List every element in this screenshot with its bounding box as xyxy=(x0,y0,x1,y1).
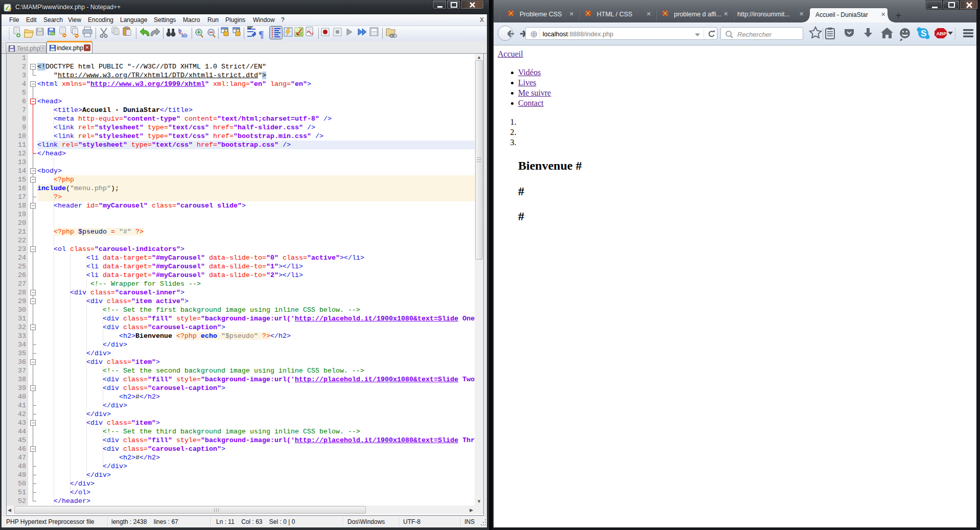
svg-text:ABP: ABP xyxy=(937,31,947,36)
svg-text:¶: ¶ xyxy=(259,29,264,40)
svg-text:S: S xyxy=(921,29,926,38)
